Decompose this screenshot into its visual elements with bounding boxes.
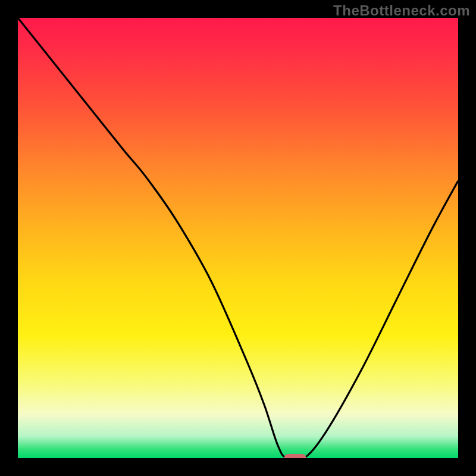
bottleneck-curve bbox=[18, 18, 458, 458]
chart-frame: TheBottleneck.com bbox=[0, 0, 476, 476]
plot-area bbox=[18, 18, 458, 458]
watermark-text: TheBottleneck.com bbox=[333, 2, 470, 19]
optimal-marker bbox=[284, 454, 306, 458]
curve-path bbox=[18, 18, 458, 458]
